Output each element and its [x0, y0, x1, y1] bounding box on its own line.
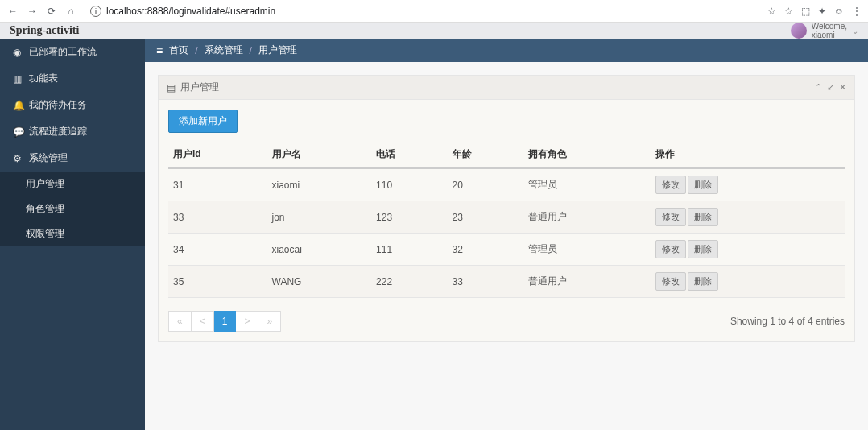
breadcrumb-home[interactable]: 首页	[169, 43, 188, 57]
sidebar-item-label: 已部署的工作流	[29, 45, 97, 59]
page-first[interactable]: «	[168, 311, 192, 332]
delete-button[interactable]: 删除	[688, 176, 718, 194]
profile-icon[interactable]: ☺	[834, 6, 844, 17]
table-row: 34xiaocai11132管理员修改删除	[168, 234, 845, 266]
cell-name: xiaomi	[267, 168, 372, 201]
table-row: 31xiaomi11020管理员修改删除	[168, 168, 845, 201]
sidebar: ◉已部署的工作流▥功能表🔔我的待办任务💬流程进度追踪⚙系统管理用户管理角色管理权…	[0, 39, 145, 430]
cell-age: 20	[448, 168, 523, 201]
edit-button[interactable]: 修改	[655, 240, 686, 258]
page-next[interactable]: >	[236, 311, 258, 332]
breadcrumb-system[interactable]: 系统管理	[205, 43, 243, 57]
chart-icon: ▥	[13, 73, 23, 85]
bell-icon: 🔔	[13, 100, 23, 111]
cell-age: 33	[448, 266, 523, 298]
cell-name: xiaocai	[267, 234, 372, 266]
extensions-icon[interactable]: ✦	[818, 6, 826, 17]
cell-id: 31	[168, 168, 267, 201]
page-1[interactable]: 1	[214, 311, 237, 332]
user-table: 用户id用户名电话年龄拥有角色操作 31xiaomi11020管理员修改删除33…	[168, 141, 845, 298]
menu-icon[interactable]: ⋮	[852, 6, 862, 17]
sidebar-item-1[interactable]: ▥功能表	[0, 65, 145, 92]
cell-id: 33	[168, 201, 267, 234]
sidebar-item-label: 流程进度追踪	[29, 125, 87, 139]
reload-icon[interactable]: ⟳	[45, 5, 58, 18]
sidebar-item-2[interactable]: 🔔我的待办任务	[0, 92, 145, 118]
cell-phone: 111	[371, 234, 447, 266]
hamburger-icon[interactable]: ≡	[156, 44, 163, 57]
edit-button[interactable]: 修改	[655, 176, 686, 194]
add-user-button[interactable]: 添加新用户	[168, 110, 238, 133]
cell-phone: 222	[371, 266, 447, 298]
url-text: localhost:8888/loginvalidate#useradmin	[106, 6, 275, 17]
cell-role: 管理员	[523, 234, 650, 266]
welcome-text: Welcome,	[812, 22, 847, 31]
translate-icon[interactable]: ⬚	[801, 6, 810, 17]
forward-icon[interactable]: →	[26, 5, 39, 18]
column-header: 用户名	[267, 141, 372, 168]
comment-icon: 💬	[13, 126, 23, 138]
cell-age: 32	[448, 234, 523, 266]
cell-name: jon	[267, 201, 372, 234]
column-header: 拥有角色	[523, 141, 650, 168]
sidebar-item-label: 功能表	[29, 72, 58, 85]
edit-button[interactable]: 修改	[655, 208, 686, 226]
page-prev[interactable]: <	[192, 311, 214, 332]
cell-id: 35	[168, 266, 267, 298]
cell-phone: 123	[371, 201, 447, 234]
table-row: 33jon12323普通用户修改删除	[168, 201, 845, 234]
sidebar-item-4[interactable]: ⚙系统管理	[0, 145, 145, 172]
cell-id: 34	[168, 234, 267, 266]
breadcrumb-current: 用户管理	[258, 43, 297, 57]
chevron-down-icon[interactable]: ⌄	[852, 27, 858, 35]
avatar	[791, 23, 807, 39]
user-management-panel: ▤ 用户管理 ⌃ ⤢ ✕ 添加新用户 用户id用户名电话年龄拥有角色操作 31x…	[158, 75, 855, 342]
sidebar-subitem-2[interactable]: 权限管理	[0, 221, 145, 246]
cell-role: 管理员	[523, 168, 650, 201]
table-row: 35WANG22233普通用户修改删除	[168, 266, 845, 298]
column-header: 电话	[371, 141, 447, 168]
url-bar[interactable]: i localhost:8888/loginvalidate#useradmin	[84, 4, 761, 19]
back-icon[interactable]: ←	[6, 5, 19, 18]
collapse-icon[interactable]: ⌃	[815, 82, 822, 93]
cell-role: 普通用户	[523, 266, 650, 298]
gear-icon: ⚙	[13, 153, 23, 164]
sidebar-item-0[interactable]: ◉已部署的工作流	[0, 39, 145, 65]
cell-name: WANG	[267, 266, 372, 298]
pagination: « < 1 > »	[168, 311, 281, 332]
page-last[interactable]: »	[258, 311, 281, 332]
delete-button[interactable]: 删除	[688, 272, 718, 291]
panel-title: 用户管理	[180, 81, 219, 94]
browser-toolbar: ← → ⟳ ⌂ i localhost:8888/loginvalidate#u…	[0, 0, 868, 23]
panel-icon: ▤	[167, 82, 176, 93]
delete-button[interactable]: 删除	[688, 240, 718, 258]
content-area: ≡ 首页 / 系统管理 / 用户管理 ▤ 用户管理 ⌃ ⤢ ✕	[145, 39, 868, 430]
cell-phone: 110	[371, 168, 447, 201]
star-icon[interactable]: ☆	[784, 6, 793, 17]
user-menu[interactable]: Welcome, xiaomi ⌄	[791, 22, 858, 39]
column-header: 用户id	[168, 141, 267, 168]
bookmark-icon[interactable]: ☆	[767, 6, 776, 17]
cell-role: 普通用户	[523, 201, 650, 234]
app-header: Spring-activiti Welcome, xiaomi ⌄	[0, 23, 868, 39]
sidebar-item-label: 系统管理	[29, 151, 68, 165]
dashboard-icon: ◉	[13, 47, 23, 58]
sidebar-subitem-0[interactable]: 用户管理	[0, 172, 145, 196]
app-brand: Spring-activiti	[10, 24, 79, 37]
column-header: 年龄	[448, 141, 523, 168]
expand-icon[interactable]: ⤢	[827, 82, 834, 93]
delete-button[interactable]: 删除	[688, 208, 718, 226]
sidebar-item-label: 我的待办任务	[29, 98, 87, 112]
sidebar-item-3[interactable]: 💬流程进度追踪	[0, 118, 145, 145]
edit-button[interactable]: 修改	[655, 272, 686, 291]
cell-age: 23	[448, 201, 523, 234]
close-icon[interactable]: ✕	[839, 82, 846, 93]
column-header: 操作	[651, 141, 845, 168]
home-icon[interactable]: ⌂	[64, 5, 77, 18]
sidebar-subitem-1[interactable]: 角色管理	[0, 196, 145, 221]
showing-text: Showing 1 to 4 of 4 entries	[730, 316, 845, 327]
site-info-icon[interactable]: i	[90, 6, 101, 17]
breadcrumb: ≡ 首页 / 系统管理 / 用户管理	[145, 39, 868, 62]
